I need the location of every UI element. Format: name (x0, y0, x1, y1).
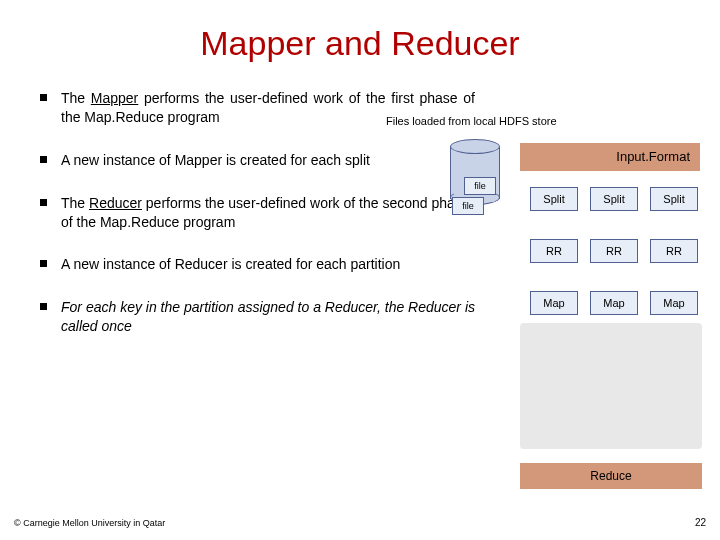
copyright-footer: © Carnegie Mellon University in Qatar (14, 518, 165, 528)
reducer-term: Reducer (89, 195, 142, 211)
bullet-text: For each key in the partition assigned t… (61, 298, 475, 336)
bullet-5: For each key in the partition assigned t… (40, 298, 475, 336)
rr-box: RR (530, 239, 578, 263)
bullet-text: A new instance of Mapper is created for … (61, 151, 370, 170)
bullet-4: A new instance of Reducer is created for… (40, 255, 475, 274)
bullet-text: A new instance of Reducer is created for… (61, 255, 400, 274)
bullet-icon (40, 303, 47, 310)
bullet-icon (40, 199, 47, 206)
split-row: Split Split Split (530, 187, 702, 211)
bullet-icon (40, 260, 47, 267)
bullet-icon (40, 156, 47, 163)
rr-row: RR RR RR (530, 239, 702, 263)
mapper-term: Mapper (91, 90, 138, 106)
bullet-text: The (61, 195, 89, 211)
rr-box: RR (590, 239, 638, 263)
bullet-text: The (61, 90, 91, 106)
rr-box: RR (650, 239, 698, 263)
split-box: Split (590, 187, 638, 211)
slide-content: The Mapper performs the user-defined wor… (0, 63, 720, 336)
bullet-3: The Reducer performs the user-defined wo… (40, 194, 475, 232)
bullet-icon (40, 94, 47, 101)
split-box: Split (650, 187, 698, 211)
file-box: file (452, 197, 484, 215)
file-box: file (464, 177, 496, 195)
reduce-bar: Reduce (520, 463, 702, 489)
shuffle-region (520, 323, 702, 449)
map-box: Map (650, 291, 698, 315)
bullet-2: A new instance of Mapper is created for … (40, 151, 475, 170)
map-box: Map (590, 291, 638, 315)
slide-title: Mapper and Reducer (0, 24, 720, 63)
map-box: Map (530, 291, 578, 315)
inputformat-bar: Input.Format (520, 143, 700, 171)
hdfs-note: Files loaded from local HDFS store (386, 115, 557, 127)
map-row: Map Map Map (530, 291, 702, 315)
split-box: Split (530, 187, 578, 211)
page-number: 22 (695, 517, 706, 528)
storage-cylinder-icon (450, 139, 500, 205)
